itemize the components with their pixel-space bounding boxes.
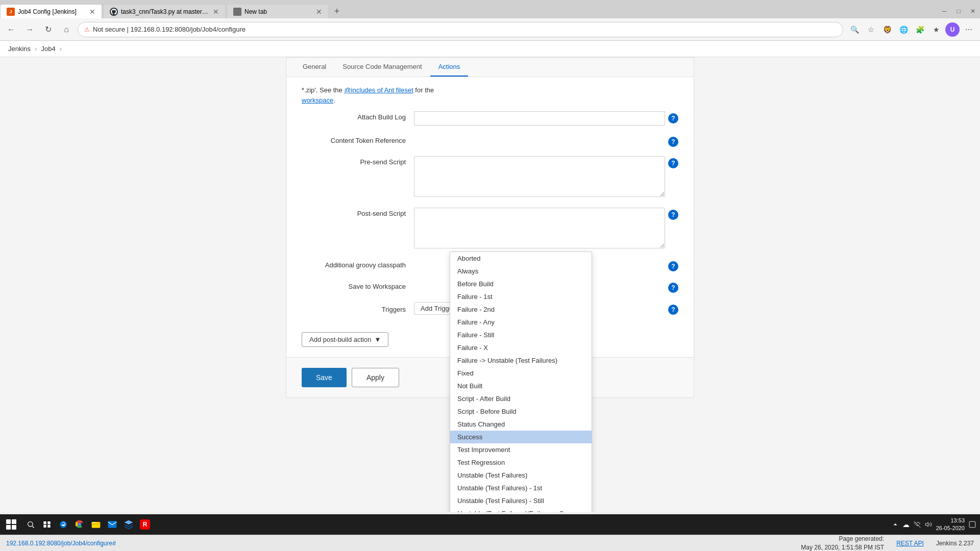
dropdown-item-failure-any[interactable]: Failure - Any — [450, 316, 592, 329]
forward-button[interactable]: → — [22, 22, 37, 37]
svg-rect-2 — [43, 521, 46, 524]
tab-job4[interactable]: J Job4 Config [Jenkins] ✕ — [0, 4, 102, 18]
mail-icon[interactable] — [104, 516, 120, 533]
menu-icon[interactable]: ⋯ — [962, 22, 976, 37]
window-maximize[interactable]: □ — [951, 4, 966, 18]
package-icon[interactable] — [120, 516, 137, 533]
content-token-help[interactable]: ? — [668, 137, 678, 147]
triggers-help[interactable]: ? — [668, 305, 678, 315]
dropdown-item-unstable[interactable]: Unstable (Test Failures) — [450, 469, 592, 482]
pre-send-script-help[interactable]: ? — [668, 158, 678, 168]
nav-actions: 🔍 ☆ 🦁 🌐 🧩 ★ U ⋯ — [847, 22, 976, 37]
svg-rect-5 — [47, 525, 50, 528]
post-send-script-help[interactable]: ? — [668, 210, 678, 220]
bookmarks-icon[interactable]: ★ — [929, 22, 943, 37]
jenkins-header: Jenkins › Job4 › — [0, 41, 980, 57]
pre-send-script-label: Pre-send Script — [302, 156, 414, 166]
post-send-script-value — [414, 208, 665, 250]
dropdown-item-success[interactable]: Success — [450, 431, 592, 443]
start-button[interactable] — [0, 514, 22, 535]
github-favicon — [110, 8, 118, 16]
chrome-icon[interactable] — [71, 516, 88, 533]
dropdown-overlay: Aborted Always Before Build Failure - 1s… — [450, 252, 592, 512]
window-close[interactable]: ✕ — [966, 4, 980, 18]
post-send-script-textarea[interactable] — [414, 208, 665, 248]
dropdown-item-status-changed[interactable]: Status Changed — [450, 418, 592, 431]
dropdown-item-unstable-still[interactable]: Unstable (Test Failures) - Still — [450, 494, 592, 507]
save-workspace-help[interactable]: ? — [668, 283, 678, 293]
content-token-label: Content Token Reference — [302, 135, 414, 144]
tab-close-job4[interactable]: ✕ — [89, 8, 95, 16]
file-explorer-icon[interactable] — [88, 516, 104, 533]
back-button[interactable]: ← — [4, 22, 18, 37]
status-url: 192.168.0.192:8080/job/Job4/configure# — [6, 540, 116, 547]
dropdown-item-failure-unstable[interactable]: Failure -> Unstable (Test Failures) — [450, 354, 592, 367]
dropdown-item-unstable-success[interactable]: Unstable (Test Failures)/Failure -> Succ… — [450, 507, 592, 512]
tab-github[interactable]: task3_cnn/Task3.py at master · ra... ✕ — [103, 4, 226, 18]
search-taskbar[interactable] — [22, 516, 39, 533]
dropdown-item-failure-still[interactable]: Failure - Still — [450, 329, 592, 341]
breadcrumb-job4[interactable]: Job4 — [41, 45, 55, 53]
dropdown-item-script-after[interactable]: Script - After Build — [450, 392, 592, 405]
tab-bar: J Job4 Config [Jenkins] ✕ task3_cnn/Task… — [0, 0, 980, 18]
weather-icon[interactable]: ☁ — [902, 520, 910, 529]
edge-icon[interactable] — [55, 516, 71, 533]
notification-icon[interactable] — [969, 521, 976, 528]
dropdown-item-test-improvement[interactable]: Test Improvement — [450, 443, 592, 456]
dropdown-item-not-built[interactable]: Not Built — [450, 380, 592, 392]
window-minimize[interactable]: ─ — [937, 4, 951, 18]
red-app-icon[interactable]: R — [137, 516, 153, 533]
dropdown-item-script-before[interactable]: Script - Before Build — [450, 405, 592, 418]
save-button[interactable]: Save — [302, 368, 347, 387]
time-display: 13:53 26-05-2020 — [936, 517, 965, 533]
dropdown-item-unstable-1st[interactable]: Unstable (Test Failures) - 1st — [450, 482, 592, 494]
workspace-link[interactable]: workspace — [302, 96, 333, 104]
rest-api-link[interactable]: REST API — [896, 540, 924, 547]
pre-send-script-row: Pre-send Script ? — [302, 156, 678, 198]
dropdown-item-failure-1st[interactable]: Failure - 1st — [450, 290, 592, 303]
dropdown-item-aborted[interactable]: Aborted — [450, 252, 592, 265]
tab-close-newtab[interactable]: ✕ — [316, 8, 322, 16]
home-button[interactable]: ⌂ — [59, 22, 74, 37]
extension-icon[interactable]: 🧩 — [913, 22, 927, 37]
brave-shield-icon[interactable]: 🦁 — [880, 22, 894, 37]
chevron-up-icon[interactable] — [892, 521, 898, 528]
globe-icon[interactable]: 🌐 — [896, 22, 911, 37]
tab-source-code[interactable]: Source Code Management — [334, 58, 430, 77]
tab-close-github[interactable]: ✕ — [213, 8, 219, 16]
search-icon[interactable]: 🔍 — [847, 22, 862, 37]
dropdown-item-failure-2nd[interactable]: Failure - 2nd — [450, 303, 592, 316]
ant-fileset-link[interactable]: @includes of Ant fileset — [344, 86, 413, 94]
reload-button[interactable]: ↻ — [41, 22, 55, 37]
status-bar: 192.168.0.192:8080/job/Job4/configure# P… — [0, 535, 980, 551]
volume-icon[interactable] — [925, 521, 932, 528]
task-view-icon[interactable] — [39, 516, 55, 533]
dropdown-item-before-build[interactable]: Before Build — [450, 278, 592, 290]
add-post-build-button[interactable]: Add post-build action ▼ — [302, 332, 388, 347]
dropdown-menu: Aborted Always Before Build Failure - 1s… — [450, 252, 592, 512]
attach-build-log-input[interactable] — [414, 111, 665, 126]
tab-newtab[interactable]: New tab ✕ — [227, 4, 329, 18]
attach-build-log-row: Attach Build Log ? — [302, 111, 678, 126]
address-bar[interactable]: ⚠ Not secure | 192.168.0.192:8080/job/Jo… — [78, 22, 843, 37]
network-icon[interactable] — [914, 521, 921, 528]
tab-title-job4: Job4 Config [Jenkins] — [18, 8, 86, 15]
attach-build-log-help[interactable]: ? — [668, 113, 678, 123]
tab-actions[interactable]: Actions — [430, 58, 469, 77]
tab-general[interactable]: General — [295, 58, 334, 77]
dropdown-item-fixed[interactable]: Fixed — [450, 367, 592, 380]
profile-avatar[interactable]: U — [945, 22, 960, 37]
apply-button[interactable]: Apply — [352, 368, 399, 387]
dropdown-item-always[interactable]: Always — [450, 265, 592, 278]
lock-icon: ⚠ — [84, 26, 90, 33]
additional-groovy-help[interactable]: ? — [668, 261, 678, 271]
dropdown-item-failure-x[interactable]: Failure - X — [450, 341, 592, 354]
tab-title-new: New tab — [244, 8, 313, 15]
new-tab-button[interactable]: + — [330, 4, 344, 18]
dropdown-item-test-regression[interactable]: Test Regression — [450, 456, 592, 469]
star-icon[interactable]: ☆ — [864, 22, 878, 37]
svg-point-0 — [28, 522, 33, 527]
pre-send-script-textarea[interactable] — [414, 156, 665, 197]
breadcrumb-jenkins[interactable]: Jenkins — [8, 45, 31, 53]
address-text: Not secure | 192.168.0.192:8080/job/Job4… — [93, 26, 837, 33]
